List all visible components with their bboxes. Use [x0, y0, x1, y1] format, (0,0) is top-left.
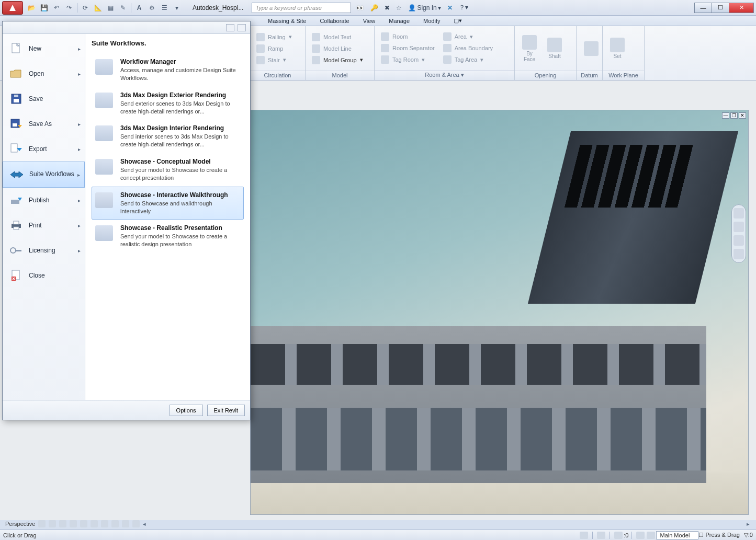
minimize-button[interactable]: — — [694, 3, 712, 13]
ribbon-group-label: Opening — [515, 71, 576, 80]
room-separator-button[interactable]: Room Separator — [379, 43, 437, 53]
show-icon[interactable] — [632, 33, 641, 43]
lock-3d-icon[interactable] — [111, 520, 119, 527]
sync-icon[interactable]: ⟳ — [80, 3, 91, 13]
stair-button[interactable]: Stair ▾ — [254, 55, 294, 65]
search-input[interactable]: Type a keyword or phrase — [252, 3, 351, 13]
sun-path-icon[interactable] — [59, 520, 66, 527]
recent-large-icon[interactable] — [238, 24, 246, 31]
chevron-right-icon: ▸ — [77, 172, 80, 178]
editing-requests-count: :0 — [624, 532, 628, 538]
ramp-button[interactable]: Ramp — [254, 43, 294, 54]
workflow-showcase-realistic[interactable]: Showcase - Realistic PresentationSend yo… — [92, 220, 244, 253]
view-scale-label[interactable]: Perspective — [5, 521, 35, 527]
exclude-icon[interactable] — [647, 532, 655, 539]
tab-collaborate[interactable]: Collaborate — [313, 16, 355, 26]
recent-small-icon[interactable] — [226, 24, 234, 31]
tab-view[interactable]: View — [357, 16, 382, 26]
maximize-button[interactable]: ☐ — [712, 3, 729, 13]
ribbon-group-circulation: Railing ▾ Ramp Stair ▾ Circulation — [250, 26, 306, 80]
press-drag-toggle[interactable]: ☐ Press & Drag — [698, 532, 739, 538]
appmenu-suite-workflows[interactable]: Suite Workflows▸ — [3, 162, 85, 188]
view-3d[interactable]: — ❐ ✕ LEFT FRONT — [250, 110, 749, 515]
model-text-button[interactable]: Model Text — [310, 32, 365, 42]
design-options-icon[interactable] — [614, 532, 623, 539]
exchange-icon[interactable]: ✖ — [382, 3, 392, 13]
worksets-icon[interactable] — [580, 532, 588, 539]
crop-view-icon[interactable] — [91, 520, 98, 527]
visual-style-icon[interactable] — [49, 520, 56, 527]
editable-only-icon[interactable] — [597, 532, 605, 539]
sign-in-button[interactable]: 👤 Sign In ▾ — [406, 3, 443, 13]
appmenu-save-as[interactable]: Save As▸ — [3, 111, 85, 136]
workflow-showcase-conceptual[interactable]: Showcase - Conceptual ModelSend your mod… — [92, 153, 244, 187]
chevron-down-icon[interactable]: ▾ — [172, 3, 182, 13]
temp-hide-icon[interactable] — [122, 520, 129, 527]
filter-icon[interactable]: ▽:0 — [744, 532, 753, 538]
by-face-button[interactable]: By Face — [519, 33, 540, 64]
key-icon[interactable]: 🔑 — [368, 3, 380, 13]
scroll-left-icon[interactable]: ◂ — [143, 521, 146, 527]
application-menu-button[interactable] — [2, 1, 23, 15]
exit-revit-button[interactable]: Exit Revit — [207, 405, 245, 416]
viewer-icon[interactable] — [632, 54, 641, 64]
workflow-showcase-walkthrough[interactable]: Showcase - Interactive WalkthroughSend t… — [92, 187, 244, 220]
exchange-apps-icon[interactable]: ✕ — [445, 3, 455, 13]
tab-context-icon[interactable]: ▢▾ — [447, 16, 468, 26]
ribbon-group-label[interactable]: Room & Area ▾ — [375, 70, 514, 80]
tag-area-button[interactable]: Tag Area ▾ — [441, 54, 495, 65]
scroll-right-icon[interactable]: ▸ — [747, 521, 750, 527]
area-boundary-button[interactable]: Area Boundary — [441, 43, 495, 53]
set-button[interactable]: Set — [607, 36, 628, 61]
tag-room-button[interactable]: Tag Room ▾ — [379, 54, 437, 65]
ribbon-group-label: Model — [306, 71, 374, 80]
help-icon[interactable]: ？▾ — [457, 2, 470, 13]
tab-manage[interactable]: Manage — [382, 16, 416, 26]
open-icon[interactable]: 📂 — [26, 3, 37, 13]
appmenu-open[interactable]: Open▸ — [3, 61, 85, 86]
workflow-manager[interactable]: Workflow ManagerAccess, manage and custo… — [92, 53, 244, 87]
railing-button[interactable]: Railing ▾ — [254, 32, 294, 42]
main-model-combo[interactable]: Main Model — [656, 531, 698, 539]
tab-modify[interactable]: Modify — [417, 16, 446, 26]
save-icon[interactable]: 💾 — [39, 3, 49, 13]
qat-icon[interactable]: ✎ — [118, 3, 128, 13]
3dsmax-interior-icon — [95, 125, 113, 141]
close-button[interactable]: ✕ — [729, 3, 754, 13]
appmenu-export[interactable]: Export▸ — [3, 136, 85, 162]
qat-icon[interactable]: ▦ — [105, 3, 116, 13]
appmenu-licensing[interactable]: Licensing▸ — [3, 238, 85, 263]
redo-icon[interactable]: ↷ — [64, 3, 74, 13]
options-button[interactable]: Options — [170, 405, 203, 416]
undo-icon[interactable]: ↶ — [51, 3, 62, 13]
workflow-3dsmax-interior[interactable]: 3ds Max Design Interior RenderingSend in… — [92, 120, 244, 153]
crop-region-icon[interactable] — [101, 520, 108, 527]
detail-level-icon[interactable] — [38, 520, 46, 527]
model-group-button[interactable]: Model Group ▾ — [310, 55, 365, 65]
shadows-icon[interactable] — [70, 520, 77, 527]
ref-plane-icon[interactable] — [632, 44, 641, 53]
favorite-icon[interactable]: ☆ — [394, 3, 404, 13]
statusbar: Click or Drag :0 Main Model ☐ Press & Dr… — [0, 530, 756, 540]
rendering-icon[interactable] — [80, 520, 87, 527]
infocenter-icon[interactable]: 👀 — [354, 3, 366, 13]
shaft-button[interactable]: Shaft — [544, 36, 565, 61]
text-icon[interactable]: A — [134, 3, 144, 13]
model-line-button[interactable]: Model Line — [310, 43, 365, 54]
appmenu-save[interactable]: Save — [3, 86, 85, 111]
workflow-3dsmax-exterior[interactable]: 3ds Max Design Exterior RenderingSend ex… — [92, 87, 244, 120]
reveal-hidden-icon[interactable] — [132, 520, 140, 527]
datum-button[interactable] — [581, 39, 602, 58]
settings-icon[interactable]: ⚙ — [146, 3, 157, 13]
area-button[interactable]: Area ▾ — [441, 31, 495, 42]
tab-massing-site[interactable]: Massing & Site — [262, 16, 312, 26]
appmenu-new[interactable]: New▸ — [3, 36, 85, 61]
appmenu-print[interactable]: Print▸ — [3, 213, 85, 238]
ribbon-group-label: Datum — [577, 71, 602, 80]
measure-icon[interactable]: 📐 — [93, 3, 103, 13]
list-icon[interactable]: ☰ — [159, 3, 170, 13]
appmenu-publish[interactable]: Publish▸ — [3, 188, 85, 213]
room-button[interactable]: Room — [379, 31, 437, 42]
active-only-icon[interactable] — [636, 532, 645, 539]
appmenu-close[interactable]: Close — [3, 263, 85, 288]
